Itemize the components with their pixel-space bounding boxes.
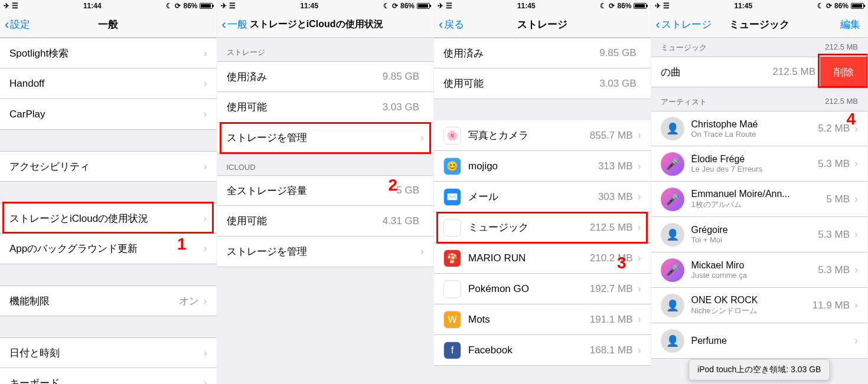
back-button[interactable]: ‹ストレージ [656,18,712,31]
statusbar-time: 11:45 [517,2,536,10]
app-size: 303 MB [598,191,633,203]
back-label: ストレージ [661,18,712,31]
app-row[interactable]: ◓ Pokémon GO 192.7 MB › [434,274,651,304]
row-datetime[interactable]: 日付と時刻› [0,337,217,368]
app-name: Mots [468,314,590,326]
artist-row[interactable]: 👤 Christophe Maé On Trace La Route 5.2 M… [651,111,868,146]
moon-icon: ☾ [166,2,172,10]
row-accessibility[interactable]: アクセシビリティ› [0,151,217,182]
chevron-right-icon: › [204,77,207,90]
row-handoff[interactable]: Handoff› [0,68,217,99]
battery-pct: 86% [183,2,197,10]
row-storage-icloud[interactable]: ストレージとiCloudの使用状況› [0,203,217,234]
artist-avatar: 👤 [661,117,684,140]
statusbar: ✈︎☰ 11:45 ☾⟳86% [217,0,434,12]
chevron-right-icon: › [638,129,641,142]
section-music: ミュージック212.5 MB [651,38,868,57]
lock-icon: ⟳ [826,2,832,10]
chevron-right-icon: › [204,108,207,120]
artist-name: Élodie Frégé [691,154,818,165]
chevron-right-icon: › [638,191,641,203]
artist-info: Élodie Frégé Le Jeu des 7 Erreurs [691,154,818,173]
row-spotlight[interactable]: Spotlight検索› [0,38,217,68]
app-size: 212.5 MB [590,222,633,234]
chevron-right-icon: › [854,193,858,205]
navbar: ‹一般 ストレージとiCloudの使用状況 [217,12,434,38]
back-button[interactable]: ‹設定 [5,18,30,31]
artist-name: Christophe Maé [691,119,818,130]
wifi-icon: ☰ [229,2,236,10]
navbar: ‹ストレージ ミュージック 編集 [651,12,868,38]
back-button[interactable]: ‹一般 [222,18,247,31]
artist-avatar: 👤 [661,329,684,353]
row-used: 使用済み9.85 GB [217,61,434,92]
artist-info: Emmanuel Moire/Ann... 1枚のアルバム [691,189,827,210]
app-row[interactable]: W Mots 191.1 MB › [434,304,651,335]
wifi-icon: ☰ [663,2,670,10]
airplane-icon: ✈︎ [4,2,9,10]
artist-avatar: 🎤 [661,258,684,282]
artist-name: Emmanuel Moire/Ann... [691,189,827,199]
annotation-1: 1 [177,235,187,254]
battery-pct: 86% [400,2,415,10]
app-name: mojigo [468,160,598,172]
delete-button[interactable]: 削除 [820,57,867,87]
artist-row[interactable]: 👤 ONE OK ROCK Nicheシンドローム 11.9 MB › [651,288,868,323]
artist-size: 11.9 MB [812,300,850,311]
app-name: ミュージック [468,221,590,234]
app-size: 168.1 MB [590,344,633,356]
screen-storage-usage: ✈︎☰ 11:45 ☾⟳86% ‹一般 ストレージとiCloudの使用状況 スト… [217,0,435,384]
section-storage: ストレージ [217,38,434,61]
back-label: 戻る [444,18,464,31]
artist-album: Juste comme ça [691,271,818,280]
row-carplay[interactable]: CarPlay› [0,99,217,130]
artist-size: 5.3 MB [818,158,850,170]
artist-info: Perfume [691,336,850,346]
artist-row[interactable]: 🎤 Emmanuel Moire/Ann... 1枚のアルバム 5 MB › [651,182,868,217]
chevron-left-icon: ‹ [5,18,9,31]
artist-size: 5.2 MB [818,123,850,134]
app-row[interactable]: ✉️ メール 303 MB › [434,182,651,212]
row-keyboard[interactable]: キーボード› [0,368,217,384]
wifi-icon: ☰ [446,2,452,10]
chevron-right-icon: › [638,221,641,234]
artist-row[interactable]: 👤 Perfume › [651,323,868,359]
statusbar: ✈︎☰ 11:45 ☾⟳86% [651,0,868,12]
row-manage-storage[interactable]: ストレージを管理› [217,123,434,153]
artist-info: Christophe Maé On Trace La Route [691,119,818,139]
moon-icon: ☾ [383,2,390,10]
artist-row[interactable]: 🎤 Élodie Frégé Le Jeu des 7 Erreurs 5.3 … [651,146,868,182]
moon-icon: ☾ [817,2,824,10]
chevron-right-icon: › [204,47,207,60]
chevron-left-icon: ‹ [222,18,226,31]
storage-popup: iPod touch上の空き領域: 3.03 GB [688,359,830,380]
artist-row[interactable]: 👤 Grégoire Toi + Moi 5.3 MB › [651,217,868,252]
statusbar: ✈︎☰ 11:44 ☾⟳86% [0,0,217,12]
row-restrictions[interactable]: 機能制限オン› [0,285,217,316]
back-label: 設定 [10,18,30,31]
chevron-right-icon: › [854,228,858,241]
page-title: ストレージ [517,18,567,31]
app-row[interactable]: f Facebook 168.1 MB › [434,335,651,366]
artist-row[interactable]: 🎤 Mickael Miro Juste comme ça 5.3 MB › [651,252,868,288]
chevron-right-icon: › [638,283,641,295]
edit-button[interactable]: 編集 [840,18,860,31]
back-button[interactable]: ‹戻る [439,18,464,31]
artist-name: Mickael Miro [691,260,818,271]
chevron-right-icon: › [204,377,207,384]
artist-album: Nicheシンドローム [691,306,812,316]
app-size: 313 MB [598,160,633,172]
statusbar-time: 11:45 [300,2,318,10]
app-icon: f [443,342,461,359]
section-icloud: ICLOUD [217,153,434,175]
artist-avatar: 👤 [661,294,684,317]
chevron-right-icon: › [204,212,207,225]
app-row[interactable]: 😊 mojigo 313 MB › [434,151,651,182]
row-icloud-manage[interactable]: ストレージを管理› [217,237,434,267]
artist-size: 5.3 MB [818,229,850,241]
airplane-icon: ✈︎ [221,2,227,10]
lock-icon: ⟳ [392,2,398,10]
app-row[interactable]: ♪ ミュージック 212.5 MB › [434,212,651,243]
app-row[interactable]: 🌸 写真とカメラ 855.7 MB › [434,120,651,151]
navbar: ‹戻る ストレージ [434,12,651,38]
